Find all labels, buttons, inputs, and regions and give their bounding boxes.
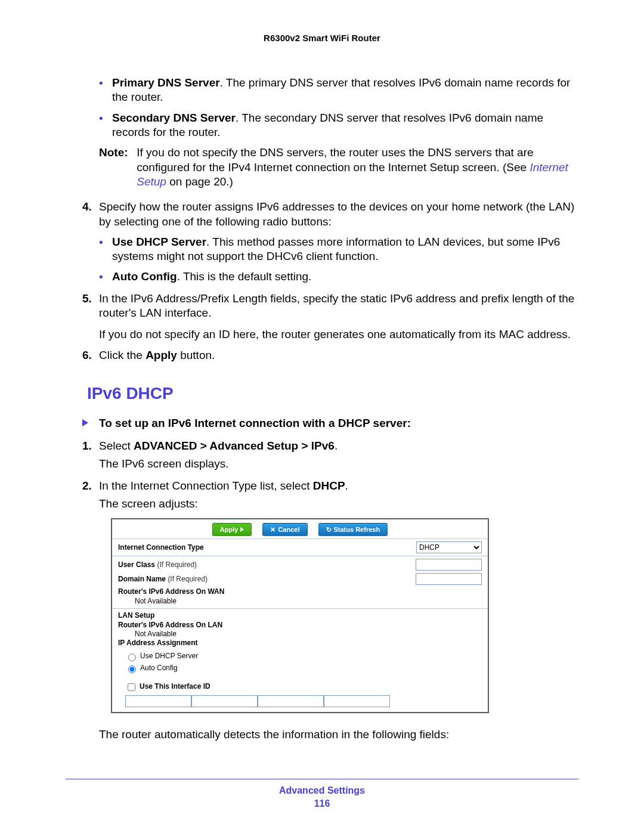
dns-bullet-list: Primary DNS Server. The primary DNS serv… xyxy=(66,76,578,140)
step-number: 5. xyxy=(82,292,92,306)
list-item: Primary DNS Server. The primary DNS serv… xyxy=(99,76,578,105)
bullet-text: . This is the default setting. xyxy=(177,270,312,283)
lan-setup-label: LAN Setup xyxy=(118,611,482,620)
step-text-post: . xyxy=(335,439,338,452)
step-text-bold: Apply xyxy=(145,349,177,361)
step-b1-after: The IPv6 screen displays. xyxy=(99,457,578,471)
apply-button-label: Apply xyxy=(220,525,239,534)
section-heading-ipv6-dhcp: IPv6 DHCP xyxy=(87,383,578,404)
auto-config-radio[interactable] xyxy=(128,665,136,673)
footer-page-number: 116 xyxy=(66,798,578,809)
step-number: 2. xyxy=(82,479,92,493)
use-interface-row: Use This Interface ID xyxy=(112,680,488,694)
radio-dhcp-row: Use DHCP Server xyxy=(112,651,488,662)
user-class-label: User Class (If Required) xyxy=(118,561,197,569)
iface-field-4[interactable] xyxy=(324,695,390,707)
step-text-bold: DHCP xyxy=(313,479,345,492)
use-interface-label: Use This Interface ID xyxy=(140,682,210,691)
step-text-pre: In the Internet Connection Type list, se… xyxy=(99,479,313,492)
bullet-bold: Use DHCP Server xyxy=(112,236,206,248)
bullet-bold: Secondary DNS Server xyxy=(112,112,236,124)
step-list-a2: 6. Click the Apply button. xyxy=(66,348,578,363)
ip-assign-label: IP Address Assignment xyxy=(118,639,482,648)
list-item: Secondary DNS Server. The secondary DNS … xyxy=(99,111,578,140)
step-text: Specify how the router assigns IPv6 addr… xyxy=(99,200,574,227)
step-number: 1. xyxy=(82,439,92,453)
note-block: Note: If you do not specify the DNS serv… xyxy=(66,145,578,189)
domain-label: Domain Name (If Required) xyxy=(118,575,208,584)
use-dhcp-radio[interactable] xyxy=(128,654,136,661)
bullet-bold: Auto Config xyxy=(112,270,177,283)
domain-row: Domain Name (If Required) xyxy=(112,573,488,587)
iface-field-3[interactable] xyxy=(258,695,324,707)
conn-type-label: Internet Connection Type xyxy=(118,543,204,552)
step-b2: 2. In the Internet Connection Type list,… xyxy=(66,479,578,512)
step-text-bold: ADVANCED > Advanced Setup > IPv6 xyxy=(134,439,335,452)
cancel-button-label: Cancel xyxy=(278,525,299,534)
apply-button[interactable]: Apply xyxy=(212,523,252,536)
bullet-bold: Primary DNS Server xyxy=(112,76,220,89)
step-4: 4. Specify how the router assigns IPv6 a… xyxy=(66,200,578,284)
step-text: In the IPv6 Address/Prefix Length fields… xyxy=(99,292,574,319)
lan-setup-row: LAN Setup Router's IPv6 Address On LAN N… xyxy=(112,608,488,650)
step-text-post: button. xyxy=(177,349,215,361)
hint-text: (If Required) xyxy=(157,561,197,569)
body-content: Primary DNS Server. The primary DNS serv… xyxy=(66,76,578,742)
user-class-row: User Class (If Required) xyxy=(112,556,488,573)
step-5: 5. In the IPv6 Address/Prefix Length fie… xyxy=(66,292,578,321)
use-dhcp-radio-label: Use DHCP Server xyxy=(140,652,198,661)
use-interface-checkbox[interactable] xyxy=(128,683,135,691)
footer-rule xyxy=(66,779,578,779)
wan-addr-row: Router's IPv6 Address On WAN Not Availab… xyxy=(112,587,488,608)
list-item: Auto Config. This is the default setting… xyxy=(99,270,578,284)
step-text-post: . xyxy=(345,479,348,492)
refresh-button-label: Status Refresh xyxy=(334,525,380,534)
step-b2-after: The screen adjusts: xyxy=(99,497,578,511)
closing-text: The router automatically detects the inf… xyxy=(66,727,578,742)
conn-type-select[interactable]: DHCP xyxy=(416,541,482,553)
note-text: If you do not specify the DNS servers, t… xyxy=(137,145,574,189)
refresh-icon: ↻ xyxy=(326,525,332,534)
procedure-lead: To set up an IPv6 Internet connection wi… xyxy=(66,416,578,431)
ipv6-dhcp-screenshot: Apply ✕ Cancel ↻ Status Refresh Internet… xyxy=(111,518,489,713)
lan-addr-label: Router's IPv6 Address On LAN xyxy=(118,621,482,630)
close-icon: ✕ xyxy=(270,525,275,534)
step-4-bullets: Use DHCP Server. This method passes more… xyxy=(99,235,578,284)
step-list-b: 1. Select ADVANCED > Advanced Setup > IP… xyxy=(66,439,578,511)
label-text: Domain Name xyxy=(118,575,166,583)
step-number: 4. xyxy=(82,200,92,214)
step-number: 6. xyxy=(82,348,92,363)
iface-field-1[interactable] xyxy=(125,695,191,707)
note-text-part: If you do not specify the DNS servers, t… xyxy=(137,146,533,173)
footer-title: Advanced Settings xyxy=(66,785,578,796)
auto-config-radio-label: Auto Config xyxy=(140,664,178,673)
hint-text: (If Required) xyxy=(168,575,208,583)
step-text-pre: Click the xyxy=(99,349,145,361)
status-refresh-button[interactable]: ↻ Status Refresh xyxy=(318,523,388,536)
cancel-button[interactable]: ✕ Cancel xyxy=(262,523,307,536)
wan-addr-value: Not Available xyxy=(118,597,482,606)
screenshot-toolbar: Apply ✕ Cancel ↻ Status Refresh xyxy=(112,519,488,538)
interface-id-fields xyxy=(112,694,488,712)
wan-addr-label: Router's IPv6 Address On WAN xyxy=(118,587,482,596)
step-5-after: If you do not specify an ID here, the ro… xyxy=(66,327,578,342)
play-icon xyxy=(240,527,244,532)
domain-input[interactable] xyxy=(416,573,482,585)
radio-auto-row: Auto Config xyxy=(112,662,488,674)
user-class-input[interactable] xyxy=(416,559,482,571)
step-list-a: 4. Specify how the router assigns IPv6 a… xyxy=(66,200,578,320)
note-text-part: on page 20.) xyxy=(166,175,233,188)
lan-addr-value: Not Available xyxy=(118,630,482,639)
conn-type-row: Internet Connection Type DHCP xyxy=(112,538,488,556)
step-b1: 1. Select ADVANCED > Advanced Setup > IP… xyxy=(66,439,578,472)
iface-field-2[interactable] xyxy=(191,695,258,707)
list-item: Use DHCP Server. This method passes more… xyxy=(99,235,578,264)
page: R6300v2 Smart WiFi Router Primary DNS Se… xyxy=(0,0,644,833)
page-footer: Advanced Settings 116 xyxy=(66,779,578,809)
label-text: User Class xyxy=(118,561,155,569)
step-6: 6. Click the Apply button. xyxy=(66,348,578,363)
document-header: R6300v2 Smart WiFi Router xyxy=(66,33,578,43)
note-label: Note: xyxy=(99,145,134,160)
step-text-pre: Select xyxy=(99,439,134,452)
